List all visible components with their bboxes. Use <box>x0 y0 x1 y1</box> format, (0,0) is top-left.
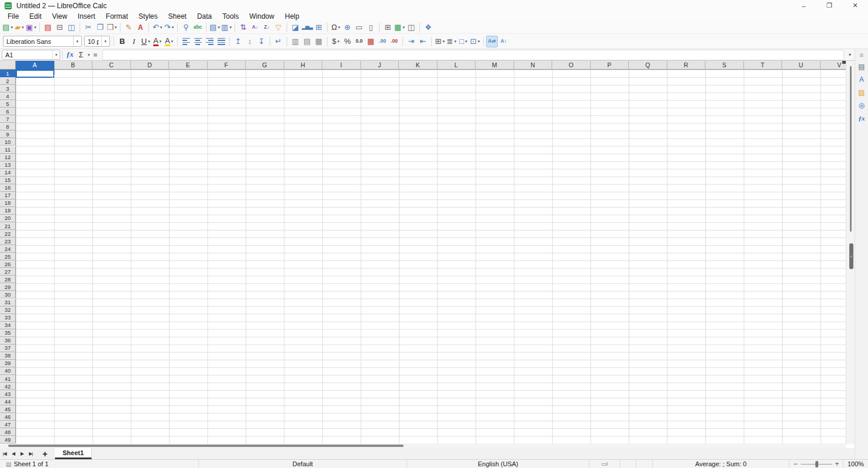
sort-ascending-button[interactable]: A↓ <box>249 22 261 33</box>
redo-button[interactable]: ↷▾ <box>163 22 175 33</box>
merge-and-center-cells-button[interactable]: ▥ <box>290 36 301 47</box>
zoom-in-button[interactable]: + <box>835 460 839 468</box>
copy-button[interactable]: ❐ <box>94 22 106 33</box>
menu-view[interactable]: View <box>47 12 73 21</box>
name-box-dropdown-icon[interactable]: ▾ <box>52 50 60 59</box>
autofilter-button[interactable]: ▽ <box>273 22 284 33</box>
font-name-dropdown-icon[interactable]: ▾ <box>73 36 81 46</box>
sidebar-tab-navigator[interactable]: ◎ <box>855 99 868 111</box>
format-as-number-button[interactable]: 0.0 <box>353 36 365 47</box>
first-sheet-button[interactable]: |◀ <box>0 448 9 459</box>
formula-input[interactable] <box>102 50 844 60</box>
save-dropdown-icon[interactable]: ▾ <box>34 25 36 30</box>
menu-data[interactable]: Data <box>192 12 217 21</box>
sidebar-tab-gallery[interactable]: ▧ <box>855 87 868 98</box>
row-header-29[interactable]: 29 <box>0 283 16 291</box>
align-top-button[interactable]: ↥ <box>232 36 244 47</box>
borders-button[interactable]: ⊞▾ <box>434 36 446 47</box>
row-header-4[interactable]: 4 <box>0 92 16 100</box>
column-header-F[interactable]: F <box>208 61 246 70</box>
column-header-J[interactable]: J <box>361 61 399 70</box>
format-as-currency-dropdown-icon[interactable]: ▾ <box>337 39 340 44</box>
cell-area[interactable] <box>16 70 846 444</box>
row-header-3[interactable]: 3 <box>0 85 16 92</box>
find-and-replace-button[interactable]: ⚲ <box>180 22 192 33</box>
next-sheet-button[interactable]: ▶ <box>18 448 26 459</box>
row-header-32[interactable]: 32 <box>0 307 16 314</box>
zoom-slider-thumb[interactable] <box>815 461 818 467</box>
insert-columns-button[interactable]: ▥▾ <box>221 22 232 33</box>
define-print-area-button[interactable]: ⊞ <box>382 22 394 33</box>
conditional-formatting-dropdown-icon[interactable]: ▾ <box>478 39 480 44</box>
row-header-45[interactable]: 45 <box>0 405 16 413</box>
last-sheet-button[interactable]: ▶| <box>26 448 35 459</box>
row-header-48[interactable]: 48 <box>0 428 16 436</box>
spelling-button[interactable]: abc <box>192 22 204 33</box>
function-wizard-button[interactable]: ƒx <box>64 50 75 60</box>
row-header-10[interactable]: 10 <box>0 138 16 146</box>
row-header-37[interactable]: 37 <box>0 345 16 352</box>
zoom-out-button[interactable]: − <box>793 460 797 468</box>
close-button[interactable]: ✕ <box>842 0 868 11</box>
new-document-dropdown-icon[interactable]: ▾ <box>11 25 13 30</box>
row-header-12[interactable]: 12 <box>0 154 16 161</box>
row-header-16[interactable]: 16 <box>0 184 16 192</box>
freeze-rows-and-columns-button[interactable]: ▦▾ <box>394 22 405 33</box>
paste-dropdown-icon[interactable]: ▾ <box>115 25 117 30</box>
name-box[interactable]: A1 ▾ <box>2 50 60 60</box>
insert-comment-button[interactable]: ▭ <box>353 22 365 33</box>
insert-pivot-table-button[interactable]: ⊞ <box>313 22 325 33</box>
font-color-button[interactable]: A▾ <box>151 36 163 47</box>
menu-file[interactable]: File <box>2 12 24 21</box>
borders-dropdown-icon[interactable]: ▾ <box>443 39 445 44</box>
row-header-24[interactable]: 24 <box>0 245 16 253</box>
row-header-46[interactable]: 46 <box>0 413 16 421</box>
row-header-41[interactable]: 41 <box>0 375 16 383</box>
bold-button[interactable]: B <box>116 36 128 47</box>
clone-formatting-button[interactable]: ✎ <box>123 22 135 33</box>
border-color-button[interactable]: □▾ <box>457 36 469 47</box>
insert-hyperlink-button[interactable]: ⊕ <box>342 22 353 33</box>
menu-styles[interactable]: Styles <box>133 12 163 21</box>
border-style-button[interactable]: ≣▾ <box>446 36 457 47</box>
sidebar-settings-icon[interactable]: ≡ <box>855 50 868 60</box>
underline-dropdown-icon[interactable]: ▾ <box>148 39 150 44</box>
insert-special-character-button[interactable]: Ω▾ <box>330 22 342 33</box>
row-header-17[interactable]: 17 <box>0 192 16 199</box>
increase-indent-button[interactable]: ⇥ <box>405 36 417 47</box>
undo-button[interactable]: ↶▾ <box>151 22 163 33</box>
sidebar-tab-functions[interactable]: ƒx <box>855 112 868 124</box>
wrap-text-button[interactable]: ↵ <box>273 36 284 47</box>
select-all-corner[interactable] <box>0 61 16 70</box>
row-header-18[interactable]: 18 <box>0 199 16 207</box>
row-header-2[interactable]: 2 <box>0 77 16 85</box>
row-header-25[interactable]: 25 <box>0 253 16 260</box>
insert-special-character-dropdown-icon[interactable]: ▾ <box>338 25 340 30</box>
save-button[interactable]: ▣▾ <box>25 22 37 33</box>
unmerge-cells-button[interactable]: ▦ <box>313 36 325 47</box>
align-center-button[interactable] <box>192 36 204 47</box>
justified-button[interactable] <box>215 36 227 47</box>
row-header-39[interactable]: 39 <box>0 360 16 367</box>
column-header-S[interactable]: S <box>705 61 744 70</box>
row-header-38[interactable]: 38 <box>0 352 16 360</box>
conditional-formatting-button[interactable]: ⊡▾ <box>469 36 481 47</box>
row-header-14[interactable]: 14 <box>0 169 16 177</box>
delete-decimal-place-button[interactable]: .00 <box>388 36 400 47</box>
highlighting-color-button[interactable]: A▾ <box>163 36 175 47</box>
format-as-date-button[interactable]: ▦ <box>365 36 377 47</box>
row-header-20[interactable]: 20 <box>0 215 16 222</box>
clear-formatting-button[interactable]: A <box>135 22 146 33</box>
row-header-49[interactable]: 49 <box>0 436 16 443</box>
align-left-button[interactable] <box>180 36 192 47</box>
insert-chart-button[interactable]: ▂▅▃ <box>301 22 313 33</box>
freeze-rows-and-columns-dropdown-icon[interactable]: ▾ <box>402 25 405 30</box>
column-header-I[interactable]: I <box>322 61 361 70</box>
cell-stats[interactable]: Average: ; Sum: 0 <box>653 460 790 468</box>
text-direction-top-to-bottom-button[interactable]: A↕ <box>498 36 509 47</box>
cut-button[interactable]: ✂ <box>82 22 94 33</box>
menu-edit[interactable]: Edit <box>24 12 47 21</box>
row-header-43[interactable]: 43 <box>0 390 16 398</box>
insert-image-button[interactable]: ◪ <box>290 22 301 33</box>
paste-button[interactable]: ❒▾ <box>106 22 118 33</box>
